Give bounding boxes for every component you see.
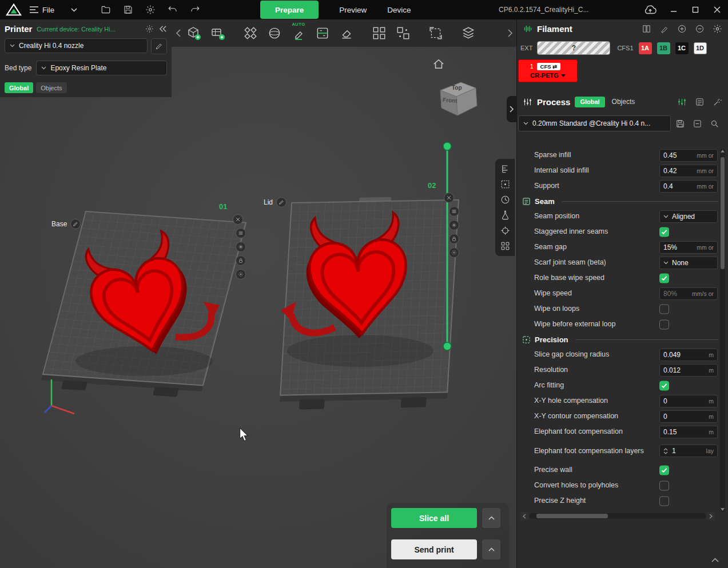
- orient-icon[interactable]: [262, 21, 287, 45]
- search-icon[interactable]: [710, 119, 719, 129]
- auto-orient-icon[interactable]: AUTO: [287, 21, 311, 45]
- setting-input[interactable]: 0.15m: [659, 426, 718, 438]
- gear-icon[interactable]: [236, 269, 246, 279]
- home-view-icon[interactable]: [432, 58, 445, 70]
- setting-input[interactable]: 0m: [659, 410, 718, 423]
- setting-input[interactable]: 0m: [659, 395, 718, 407]
- minimize-button[interactable]: [663, 0, 685, 19]
- tab-preview[interactable]: Preview: [339, 6, 367, 14]
- setting-input[interactable]: 0.049m: [659, 349, 718, 361]
- setting-checkbox[interactable]: [659, 273, 669, 283]
- rename-plate-icon[interactable]: [70, 219, 81, 229]
- maximize-button[interactable]: [685, 0, 706, 19]
- arrange-icon[interactable]: [238, 21, 262, 45]
- toolbar-scroll-right-icon[interactable]: [506, 21, 514, 45]
- printer-settings-gear-icon[interactable]: [145, 25, 154, 33]
- slice-all-button[interactable]: Slice all: [391, 508, 477, 528]
- send-print-button[interactable]: Send print: [391, 539, 477, 559]
- filter-green-icon[interactable]: [677, 97, 687, 107]
- send-options-button[interactable]: [482, 539, 500, 559]
- cfs-slot-1b[interactable]: 1B: [657, 42, 670, 54]
- close-button[interactable]: [706, 0, 728, 19]
- vertical-scrollbar-thumb[interactable]: [721, 157, 725, 269]
- plate-2-close-icon[interactable]: [444, 193, 454, 203]
- chevron-down-icon[interactable]: [71, 8, 77, 12]
- scale-icon[interactable]: [424, 21, 448, 45]
- snap-icon[interactable]: [236, 242, 246, 252]
- split-icon[interactable]: [311, 21, 335, 45]
- folder-icon[interactable]: [101, 5, 111, 15]
- slice-options-button[interactable]: [482, 508, 500, 528]
- nozzle-select[interactable]: Creality Hi 0.4 nozzle: [5, 38, 148, 53]
- process-tab-global[interactable]: Global: [575, 97, 604, 107]
- export-icon[interactable]: [693, 119, 702, 129]
- setting-checkbox[interactable]: [659, 304, 669, 314]
- view-cube[interactable]: Top Front: [433, 74, 479, 121]
- gear-icon[interactable]: [713, 24, 722, 34]
- setting-select[interactable]: Aligned: [659, 210, 718, 223]
- tab-device[interactable]: Device: [387, 6, 411, 14]
- ext-filament-slot[interactable]: ?: [537, 41, 610, 55]
- collapse-panel-icon[interactable]: [158, 25, 167, 33]
- gear-icon[interactable]: [449, 247, 459, 258]
- parts-icon[interactable]: [500, 241, 511, 251]
- cloud-upload-icon[interactable]: [643, 4, 658, 15]
- cfs-slot-1d[interactable]: 1D: [694, 42, 707, 54]
- setting-checkbox[interactable]: [659, 481, 669, 490]
- bed-type-select[interactable]: Epoxy Resin Plate: [36, 61, 167, 75]
- setting-input[interactable]: 0.4mm or: [659, 180, 718, 193]
- filament-card[interactable]: 1 CFS ⇄ CR-PETG: [518, 59, 578, 82]
- printer-tab-global[interactable]: Global: [5, 82, 33, 93]
- current-device-link[interactable]: Current device: Creality Hi...: [37, 26, 141, 33]
- setting-input[interactable]: 0.45mm or: [659, 149, 718, 162]
- viewport[interactable]: AUTO Printer Current device: Creality Hi…: [0, 19, 516, 568]
- scroll-left-icon[interactable]: [520, 512, 528, 520]
- distribute-icon[interactable]: [391, 21, 415, 45]
- edit-printer-icon[interactable]: [151, 38, 167, 54]
- clone-icon[interactable]: [367, 21, 391, 45]
- file-menu[interactable]: File: [30, 0, 77, 19]
- horizontal-scrollbar-thumb[interactable]: [536, 514, 608, 518]
- rename-plate-icon[interactable]: [276, 197, 287, 207]
- menu-icon[interactable]: [236, 228, 246, 238]
- layer-ruler-icon[interactable]: [500, 163, 511, 174]
- locate-icon[interactable]: [500, 225, 511, 236]
- printer-tab-objects[interactable]: Objects: [36, 82, 66, 93]
- redo-icon[interactable]: [190, 5, 200, 15]
- brush-icon[interactable]: [659, 24, 669, 34]
- minus-circle-icon[interactable]: [695, 24, 705, 34]
- gear-icon[interactable]: [145, 5, 156, 15]
- add-plate-icon[interactable]: [206, 21, 230, 45]
- menu-icon[interactable]: [449, 206, 459, 217]
- vertical-scrollbar[interactable]: [720, 149, 725, 512]
- setting-checkbox[interactable]: [659, 465, 669, 475]
- save-icon[interactable]: [123, 5, 133, 15]
- cfs-slot-1a[interactable]: 1A: [639, 42, 652, 54]
- snap-icon[interactable]: [449, 220, 459, 230]
- horizontal-scrollbar[interactable]: [520, 512, 715, 520]
- add-circle-icon[interactable]: [677, 24, 687, 34]
- erase-icon[interactable]: [335, 21, 359, 45]
- assembly-icon[interactable]: [456, 21, 480, 45]
- scroll-right-icon[interactable]: [707, 512, 715, 520]
- filament-material[interactable]: CR-PETG: [530, 72, 559, 79]
- flask-icon[interactable]: [500, 210, 511, 221]
- setting-checkbox[interactable]: [659, 227, 669, 237]
- tab-prepare[interactable]: Prepare: [260, 1, 319, 19]
- plate-1-close-icon[interactable]: [233, 214, 243, 225]
- undo-icon[interactable]: [168, 5, 178, 15]
- setting-checkbox[interactable]: [659, 319, 669, 329]
- setting-input[interactable]: 15%mm or: [659, 241, 718, 254]
- setting-checkbox[interactable]: [659, 381, 669, 390]
- add-model-icon[interactable]: [182, 21, 206, 45]
- preset-select[interactable]: 0.20mm Standard @Creality Hi 0.4 n...: [518, 115, 671, 131]
- setting-input[interactable]: 80%mm/s or: [659, 287, 718, 300]
- expand-panel-icon[interactable]: [507, 96, 516, 122]
- filament-card-tag[interactable]: CFS ⇄: [537, 63, 561, 70]
- lock-icon[interactable]: [236, 255, 246, 266]
- setting-input[interactable]: 0.42mm or: [659, 165, 718, 177]
- wand-icon[interactable]: [713, 97, 722, 107]
- save-icon[interactable]: [675, 119, 685, 129]
- plate-dashed-icon[interactable]: [500, 179, 511, 190]
- columns-icon[interactable]: [642, 24, 651, 34]
